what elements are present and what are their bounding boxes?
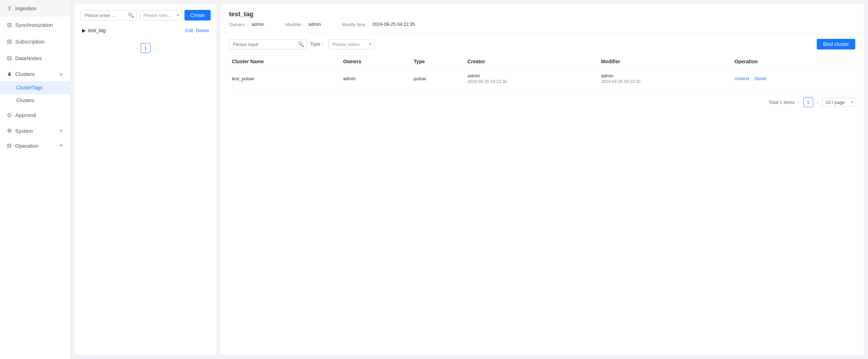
detail-link[interactable]: Detail (755, 76, 766, 81)
prev-page-btn[interactable]: ‹ (136, 46, 138, 51)
tag-search-icon[interactable]: 🔍 (128, 12, 134, 18)
total-items-text: Total 1 items (769, 100, 794, 105)
sidebar-item-label: Operation (15, 143, 39, 149)
type-select-wrap: Please select (328, 39, 374, 49)
tree-item: ▶ test_tag Edit Delete (81, 25, 211, 36)
synchronization-icon: ⊟ (7, 22, 12, 28)
sidebar-item-label: Approval (15, 112, 36, 118)
sidebar-item-approval[interactable]: ⊙ Approval (0, 107, 70, 123)
cell-operation: Unbind Detail (732, 69, 855, 89)
sidebar: ⇪ Ingestion ⊟ Synchronization ⊟ Subscrip… (0, 0, 71, 359)
edit-link[interactable]: Edit (185, 28, 193, 33)
type-select[interactable]: Please select (328, 39, 374, 49)
sidebar-item-datanodes[interactable]: ⊟ DataNodes (0, 50, 70, 66)
modify-time-value: 2024-09-25 04:22:35 (372, 22, 415, 28)
cluster-table: Cluster Name Owners Type Creator Modifie… (229, 54, 855, 89)
modifier-date: 2024-09-25 04:23:30 (601, 79, 729, 84)
modify-time-meta: Modify time： 2024-09-25 04:22:35 (342, 22, 415, 28)
per-page-select[interactable]: 10 / page 20 / page 50 / page (822, 98, 855, 107)
bind-cluster-button[interactable]: Bind cluster (817, 39, 855, 49)
tag-type-select[interactable]: Please sele... (140, 10, 182, 20)
next-page-btn[interactable]: › (153, 46, 155, 51)
modifier-label: Modifier： (285, 22, 306, 28)
col-owners: Owners (340, 54, 411, 69)
cell-owners: admin (340, 69, 411, 89)
datanodes-icon: ⊟ (7, 55, 12, 61)
sidebar-item-operation[interactable]: ⊟ Operation ▼ (0, 138, 70, 153)
col-modifier: Modifier (598, 54, 732, 69)
table-row: test_pulsar admin pulsar admin 2024-09-2… (229, 69, 855, 89)
cell-type: pulsar (411, 69, 464, 89)
approval-icon: ⊙ (7, 112, 12, 118)
modifier-meta: Modifier： admin (285, 22, 321, 28)
clusters-sub-label: Clusters (16, 98, 34, 103)
subscription-icon: ⊟ (7, 38, 12, 45)
left-panel-toolbar: 🔍 Please sele... Create (81, 10, 211, 20)
sidebar-item-system[interactable]: ⚙ System ▼ (0, 123, 70, 138)
sidebar-item-clusters-sub[interactable]: Clusters (0, 94, 70, 107)
sidebar-item-label: DataNodes (15, 55, 42, 61)
clustertags-label: ClusterTags (16, 85, 42, 90)
bottom-pagination: Total 1 items ‹ 1 › 10 / page 20 / page … (229, 94, 855, 108)
cell-cluster-name: test_pulsar (229, 69, 340, 89)
owners-label: Owners： (229, 22, 250, 28)
col-cluster-name: Cluster Name (229, 54, 340, 69)
creator-name: admin (468, 73, 480, 78)
tree-expand-icon[interactable]: ▶ (82, 28, 86, 33)
panel-title: test_tag (229, 11, 855, 18)
create-button[interactable]: Create (184, 10, 211, 20)
sidebar-item-label: System (15, 128, 33, 134)
cluster-search-icon[interactable]: 🔍 (298, 41, 304, 47)
sidebar-item-label: Ingestion (15, 5, 37, 11)
main-area: 🔍 Please sele... Create ▶ test_tag Edit … (71, 0, 868, 359)
right-panel-header: test_tag Owners： admin Modifier： admin M… (221, 4, 864, 33)
sidebar-item-subscription[interactable]: ⊟ Subscription (0, 33, 70, 50)
prev-page-btn[interactable]: ‹ (797, 100, 800, 105)
system-icon: ⚙ (7, 128, 12, 134)
filter-left: 🔍 Type： Please select (229, 39, 374, 49)
clusters-icon: ♟ (7, 71, 12, 77)
next-page-btn[interactable]: › (816, 100, 819, 105)
col-operation: Operation (732, 54, 855, 69)
tree-item-label: test_tag (88, 28, 106, 33)
modifier-name: admin (601, 73, 613, 78)
left-pagination: ‹ 1 › (81, 40, 211, 56)
cluster-search-input[interactable] (229, 39, 307, 49)
sidebar-item-clustertags[interactable]: ClusterTags (0, 81, 70, 94)
cell-modifier: admin 2024-09-25 04:23:30 (598, 69, 732, 89)
filter-bar: 🔍 Type： Please select Bind cluster (229, 39, 855, 49)
sidebar-item-label: Clusters (15, 71, 35, 77)
operation-icon: ⊟ (7, 142, 12, 149)
current-page: 1 (141, 43, 151, 53)
delete-link[interactable]: Delete (196, 28, 209, 33)
sidebar-item-label: Synchronization (15, 22, 53, 28)
tree-item-left: ▶ test_tag (82, 28, 106, 33)
col-type: Type (411, 54, 464, 69)
modify-time-label: Modify time： (342, 22, 370, 28)
cell-creator: admin 2024-09-25 04:23:30 (465, 69, 598, 89)
chevron-down-icon: ▼ (59, 143, 63, 148)
right-panel-body: 🔍 Type： Please select Bind cluster Clust… (221, 33, 864, 355)
table-header: Cluster Name Owners Type Creator Modifie… (229, 54, 855, 69)
cluster-search-wrap: 🔍 (229, 39, 307, 49)
sidebar-item-clusters[interactable]: ♟ Clusters ▲ (0, 66, 70, 81)
ingestion-icon: ⇪ (7, 5, 12, 12)
sidebar-item-label: Subscription (15, 39, 45, 45)
unbind-link[interactable]: Unbind (734, 76, 749, 81)
left-panel: 🔍 Please sele... Create ▶ test_tag Edit … (75, 4, 216, 355)
owners-meta: Owners： admin (229, 22, 264, 28)
sidebar-item-ingestion[interactable]: ⇪ Ingestion (0, 0, 70, 17)
creator-date: 2024-09-25 04:23:30 (468, 79, 596, 84)
tree-item-actions: Edit Delete (185, 28, 209, 33)
chevron-up-icon: ▲ (59, 71, 63, 76)
tag-select-wrap: Please sele... (140, 10, 182, 20)
chevron-down-icon: ▼ (59, 128, 63, 133)
sidebar-item-synchronization[interactable]: ⊟ Synchronization (0, 17, 70, 33)
type-label: Type： (310, 41, 325, 47)
right-panel: test_tag Owners： admin Modifier： admin M… (221, 4, 864, 355)
tag-tree: ▶ test_tag Edit Delete (81, 25, 211, 36)
col-creator: Creator (465, 54, 598, 69)
header-row: Cluster Name Owners Type Creator Modifie… (229, 54, 855, 69)
current-page: 1 (803, 97, 813, 107)
panel-meta: Owners： admin Modifier： admin Modify tim… (229, 22, 855, 28)
